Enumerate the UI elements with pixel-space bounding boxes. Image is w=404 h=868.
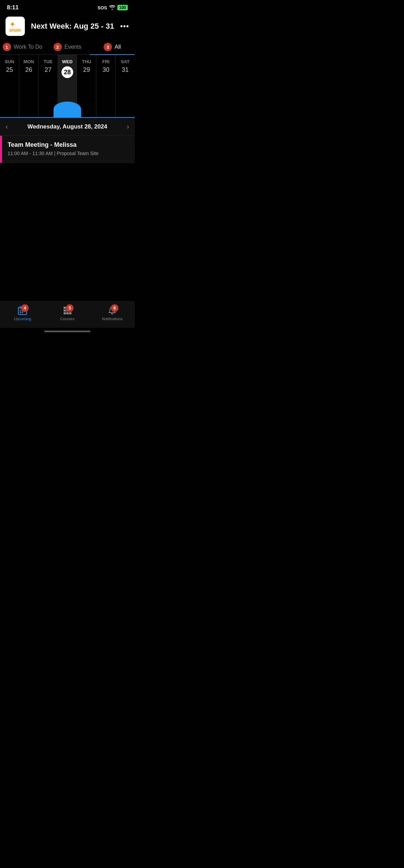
next-day-button[interactable]: ›: [127, 123, 129, 131]
more-options-button[interactable]: •••: [120, 22, 129, 31]
svg-rect-12: [64, 309, 66, 312]
nav-badge-5: 5: [66, 304, 74, 312]
day-name-sun: SUN: [5, 59, 14, 64]
app-logo[interactable]: ✦ SPARK: [6, 17, 25, 36]
nav-item-notifications[interactable]: 6 Notifications: [90, 306, 135, 321]
day-num-sat: 31: [122, 66, 129, 74]
empty-calendar-area: [0, 163, 135, 301]
nav-item-upcoming[interactable]: 4 Upcoming: [0, 306, 45, 321]
day-col-mon[interactable]: MON 26: [19, 55, 39, 117]
nav-label-courses: Courses: [60, 317, 75, 321]
status-time: 8:11: [7, 4, 19, 11]
tab-label-all: All: [115, 44, 121, 50]
tab-badge-3: 3: [104, 43, 112, 51]
svg-rect-15: [64, 312, 66, 314]
event-time: 11:00 AM - 11:30 AM | Proposal Team Site: [8, 151, 129, 156]
svg-rect-7: [20, 312, 21, 313]
day-num-thu: 29: [83, 66, 90, 74]
svg-rect-4: [20, 311, 21, 312]
day-name-wed: WED: [62, 59, 73, 64]
nav-badge-6: 6: [111, 304, 118, 312]
wifi-icon: [109, 5, 115, 11]
header-title: Next Week: Aug 25 - 31: [25, 22, 120, 31]
day-col-sun[interactable]: SUN 25: [0, 55, 19, 117]
app-header: ✦ SPARK Next Week: Aug 25 - 31 •••: [0, 14, 135, 39]
day-name-tue: TUE: [44, 59, 52, 64]
status-bar: 8:11 SOS 100: [0, 0, 135, 14]
day-col-sat[interactable]: SAT 31: [116, 55, 135, 117]
day-name-sat: SAT: [121, 59, 129, 64]
calendar-week-grid: SUN 25 MON 26 TUE 27 WED 28 THU 29 FRI 3…: [0, 55, 135, 118]
date-navigation: ‹ Wednesday, August 28, 2024 ›: [0, 118, 135, 135]
bottom-nav: 4 Upcoming 5 Courses 6: [0, 301, 135, 328]
event-list: Team Meeting - Melissa 11:00 AM - 11:30 …: [0, 135, 135, 163]
svg-rect-16: [66, 312, 69, 314]
home-indicator: [44, 331, 90, 332]
status-icons: SOS 100: [98, 5, 128, 11]
nav-label-notifications: Notifications: [102, 317, 123, 321]
tab-badge-2: 2: [54, 43, 62, 51]
day-col-wed[interactable]: WED 28: [58, 55, 77, 117]
current-date-label: Wednesday, August 28, 2024: [27, 123, 107, 130]
day-num-sun: 25: [6, 66, 13, 74]
tab-events[interactable]: 2 Events: [45, 39, 90, 55]
tab-label-work: Work To Do: [14, 44, 42, 50]
event-content: Team Meeting - Melissa 11:00 AM - 11:30 …: [2, 136, 135, 163]
day-num-mon: 26: [25, 66, 32, 74]
nav-item-courses[interactable]: 5 Courses: [45, 306, 90, 321]
day-name-fri: FRI: [102, 59, 109, 64]
day-num-tue: 27: [45, 66, 51, 74]
day-col-thu[interactable]: THU 29: [77, 55, 96, 117]
battery-icon: 100: [117, 5, 128, 10]
svg-rect-8: [22, 312, 23, 313]
sos-indicator: SOS: [98, 5, 107, 10]
nav-badge-4: 4: [21, 304, 29, 312]
tab-badge-1: 1: [3, 43, 11, 51]
prev-day-button[interactable]: ‹: [6, 123, 8, 131]
event-title: Team Meeting - Melissa: [8, 141, 129, 149]
svg-rect-17: [69, 312, 71, 314]
tab-all[interactable]: 3 All: [90, 39, 135, 55]
day-num-wed: 28: [61, 66, 73, 78]
day-col-fri[interactable]: FRI 30: [96, 55, 116, 117]
day-num-fri: 30: [103, 66, 109, 74]
tab-label-events: Events: [65, 44, 81, 50]
svg-rect-9: [64, 307, 66, 309]
event-item[interactable]: Team Meeting - Melissa 11:00 AM - 11:30 …: [0, 135, 135, 163]
tab-bar: 1 Work To Do 2 Events 3 All: [0, 39, 135, 55]
day-name-thu: THU: [82, 59, 92, 64]
nav-label-upcoming: Upcoming: [14, 317, 31, 321]
tab-work-to-do[interactable]: 1 Work To Do: [0, 39, 45, 55]
logo-text: SPARK: [9, 29, 21, 32]
day-name-mon: MON: [23, 59, 34, 64]
logo-star-icon: ✦: [9, 20, 21, 29]
